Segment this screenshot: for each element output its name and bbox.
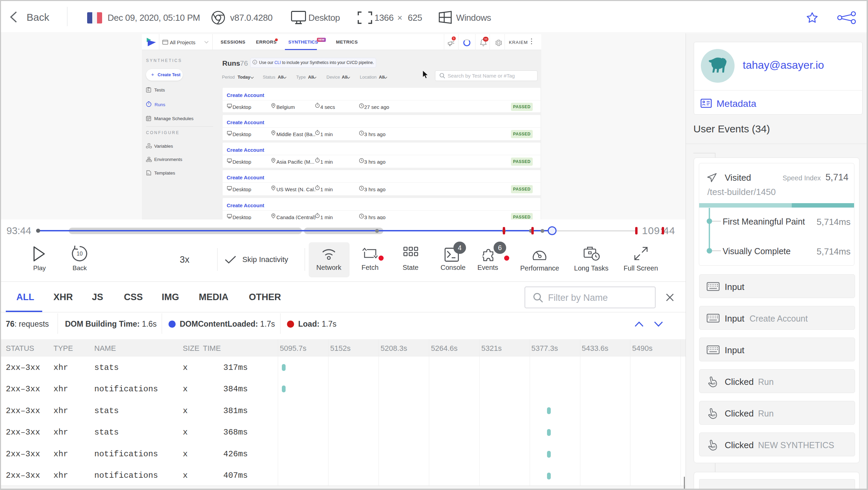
svg-text:10: 10	[77, 251, 83, 257]
